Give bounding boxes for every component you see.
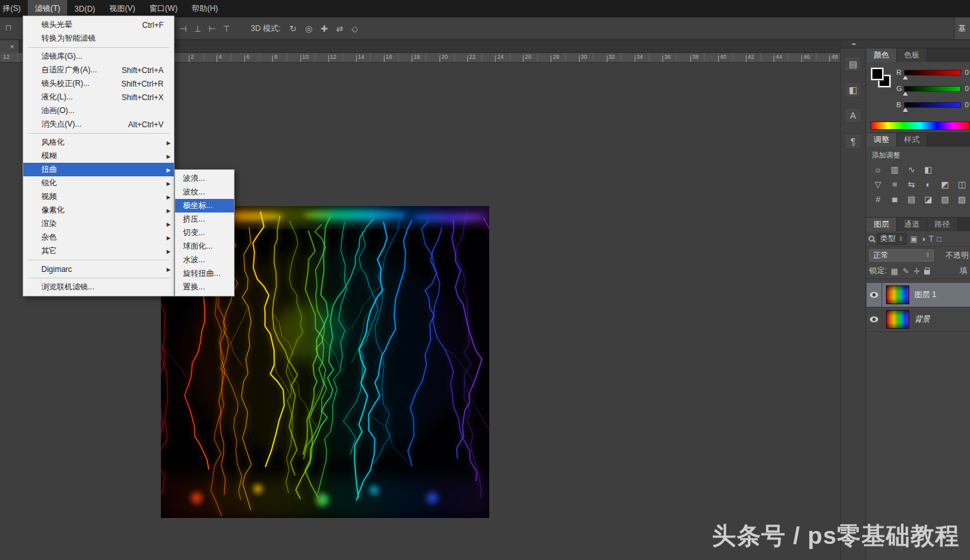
submenu-item[interactable]: 切变... [175,226,234,240]
filter-menu-item[interactable]: 风格化 ▶ [23,136,174,149]
submenu-item[interactable]: 波浪... [175,172,234,185]
filter-menu-item[interactable]: 杂色 ▶ [23,231,174,244]
color-lookup-icon[interactable]: # [870,192,885,206]
panel-tab[interactable]: 色板 [897,48,927,62]
menu-bar-item[interactable]: 视图(V) [102,0,142,17]
align-icon-4[interactable]: ⊤ [223,24,230,34]
selective-color-icon[interactable]: ▨ [954,192,969,206]
slider-thumb[interactable] [903,92,908,96]
history-panel-icon[interactable]: ▤ [845,56,861,72]
submenu-item[interactable]: 置换... [175,280,234,294]
submenu-item[interactable]: 水波... [175,253,234,267]
align-icon-3[interactable]: ⊢ [209,24,216,34]
3d-slide-icon[interactable]: ⇄ [336,24,343,34]
align-icon-2[interactable]: ⊥ [194,24,201,34]
foreground-color-swatch[interactable] [871,68,883,80]
hue-saturation-icon[interactable]: ≡ [887,178,902,191]
levels-icon[interactable]: ▥ [887,163,902,176]
properties-panel-icon[interactable]: ◧ [845,82,861,98]
submenu-item[interactable]: 旋转扭曲... [175,267,234,280]
filter-menu-item[interactable]: 镜头校正(R)... Shift+Ctrl+R ▶ [23,77,174,90]
submenu-item[interactable]: 波纹... [175,185,234,199]
pixel-filter-icon[interactable]: ▣ [911,234,918,244]
menu-bar-item[interactable]: 择(S) [0,0,28,17]
layer-row[interactable]: 背景 [867,307,970,332]
adjustment-filter-icon[interactable]: ◑ [921,234,925,244]
3d-roll-icon[interactable]: ◎ [305,24,312,34]
panel-tab[interactable]: 样式 [897,133,927,147]
slider-track[interactable] [904,86,961,92]
blend-mode-dropdown[interactable]: 正常 ⇕ [869,249,934,262]
lock-pixels-icon[interactable]: ✎ [903,267,909,276]
close-icon[interactable]: × [10,43,14,50]
3d-rotate-icon[interactable]: ↻ [290,24,297,34]
submenu-item[interactable]: 球面化... [175,240,234,253]
filter-menu-item[interactable]: 液化(L)... Shift+Ctrl+X ▶ [23,90,174,104]
3d-drag-icon[interactable]: ✚ [321,24,328,34]
type-filter-icon[interactable]: T [929,234,933,244]
color-balance-icon[interactable]: ⇆ [904,178,919,191]
filter-menu-item[interactable]: 消失点(V)... Alt+Ctrl+V ▶ [23,118,174,131]
brightness-contrast-icon[interactable]: ☼ [870,163,885,176]
lock-all-icon[interactable] [924,270,930,275]
slider-thumb[interactable] [903,76,908,79]
menu-bar-item[interactable]: 滤镜(T) [28,0,67,17]
layer-thumbnail[interactable] [886,310,909,329]
menu-bar-item[interactable]: 帮助(H) [185,0,226,17]
slider-thumb[interactable] [903,108,908,112]
submenu-item[interactable]: 挤压... [175,213,234,226]
color-slider[interactable]: G 0 [896,83,969,94]
filter-menu-item[interactable]: 浏览联机滤镜... ▶ [23,280,174,294]
document-tab[interactable]: × [0,40,19,53]
threshold-icon[interactable]: ◪ [921,192,936,206]
filter-menu-item[interactable]: 扭曲 ▶ [23,163,174,176]
visibility-toggle[interactable] [867,307,882,331]
slider-track[interactable] [904,102,961,108]
visibility-toggle[interactable] [867,283,882,307]
color-spectrum[interactable] [870,121,970,130]
collapse-dock-icon[interactable]: ◂◂ [841,40,865,48]
invert-icon[interactable]: ◙ [887,192,902,206]
filter-menu-item[interactable]: 像素化 ▶ [23,203,174,217]
filter-menu-item[interactable]: 锐化 ▶ [23,176,174,190]
posterize-icon[interactable]: ▤ [904,192,919,206]
lock-transparent-icon[interactable]: ▦ [891,267,898,276]
filter-menu-item[interactable]: 渲染 ▶ [23,217,174,231]
submenu-item[interactable]: 极坐标... [175,199,234,213]
exposure-icon[interactable]: ◧ [921,163,936,176]
color-slider[interactable]: R 0 [896,67,969,78]
filter-menu-item[interactable]: 其它 ▶ [23,244,174,258]
filter-menu-item[interactable]: 滤镜库(G)... ▶ [23,50,174,63]
slider-track[interactable] [904,70,961,76]
panel-tab[interactable]: 图层 [867,218,897,231]
layer-thumbnail[interactable] [886,285,909,304]
3d-scale-icon[interactable]: ◇ [352,24,358,34]
workspace-button[interactable]: 基 [954,17,970,39]
panel-tab[interactable]: 路径 [927,218,958,231]
character-panel-icon[interactable]: A [845,108,861,123]
foreground-background-swatches[interactable] [871,68,893,90]
filter-menu-item[interactable]: 转换为智能滤镜 ▶ [23,32,174,45]
photo-filter-icon[interactable]: ◩ [938,178,953,191]
layer-row[interactable]: 图层 1 [867,283,970,307]
filter-menu-item[interactable]: 视频 ▶ [23,190,174,203]
gradient-map-icon[interactable]: ▧ [938,192,953,206]
paragraph-panel-icon[interactable]: ¶ [845,134,861,149]
menu-bar-item[interactable]: 窗口(W) [142,0,184,17]
filter-menu-item[interactable]: 油画(O)... ▶ [23,104,174,118]
menu-bar-item[interactable]: 3D(D) [67,0,102,17]
filter-type-dropdown[interactable]: 类型 ⇕ [877,233,907,245]
channel-mixer-icon[interactable]: ◫ [954,178,969,191]
vibrance-icon[interactable]: ▽ [870,178,885,191]
filter-menu-item[interactable]: Digimarc ▶ [23,262,174,276]
filter-menu-item[interactable]: 模糊 ▶ [23,149,174,163]
panel-tab[interactable]: 通道 [897,218,927,231]
shape-filter-icon[interactable]: □ [936,234,941,244]
lock-position-icon[interactable]: ✛ [914,267,920,276]
align-icon-1[interactable]: ⊣ [180,24,187,34]
color-slider[interactable]: B 0 [896,99,969,110]
panel-tab[interactable]: 调整 [867,133,897,147]
black-white-icon[interactable]: ◐ [921,178,936,191]
filter-menu-item[interactable]: 自适应广角(A)... Shift+Ctrl+A ▶ [23,63,174,77]
panel-tab[interactable]: 颜色 [867,48,897,62]
